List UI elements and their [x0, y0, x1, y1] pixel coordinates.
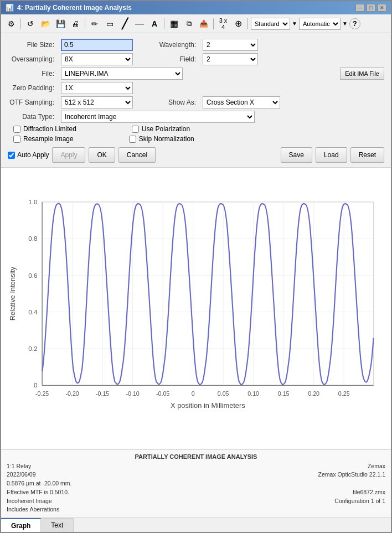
- text-button[interactable]: A: [148, 17, 161, 30]
- otf-sampling-label: OTF Sampling:: [8, 99, 58, 106]
- standard-dropdown[interactable]: Standard: [251, 18, 290, 30]
- auto-apply-checkbox[interactable]: [8, 152, 15, 159]
- wavelength-select[interactable]: 2: [203, 39, 258, 51]
- data-type-label: Data Type:: [8, 113, 58, 121]
- resample-image-checkbox-label[interactable]: Resample Image: [13, 135, 74, 143]
- toolbar-separator-2: [85, 18, 85, 29]
- zero-padding-select[interactable]: 1X: [61, 82, 133, 94]
- show-as-select[interactable]: Cross Section X: [203, 96, 280, 108]
- diffraction-limited-label: Diffraction Limited: [23, 125, 76, 133]
- use-polarization-checkbox[interactable]: [132, 126, 139, 133]
- apply-button[interactable]: Apply: [52, 147, 85, 163]
- save-button[interactable]: Save: [281, 147, 312, 163]
- automatic-dropdown[interactable]: Automatic: [299, 18, 341, 30]
- graph-container: 1.0 0.8 0.6 0.4 0.2 0 -0.25 -0.20 -0.15 …: [7, 173, 385, 444]
- svg-text:X position in Millimeters: X position in Millimeters: [171, 401, 245, 410]
- refresh-button[interactable]: ↺: [24, 17, 37, 30]
- field-select[interactable]: 2: [203, 53, 258, 65]
- svg-text:0: 0: [192, 390, 195, 397]
- close-button[interactable]: ✕: [378, 4, 386, 12]
- open-button[interactable]: 📂: [39, 17, 52, 30]
- wavelength-label: Wavelength:: [149, 41, 199, 49]
- svg-text:0.10: 0.10: [247, 390, 259, 397]
- skip-normalization-label: Skip Normalization: [139, 135, 194, 143]
- copy-button[interactable]: ⧉: [182, 17, 195, 30]
- zero-padding-label: Zero Padding:: [8, 84, 58, 92]
- use-polarization-checkbox-label[interactable]: Use Polarization: [132, 125, 190, 133]
- svg-text:-0.05: -0.05: [156, 390, 169, 397]
- main-window: 📊 4: Partially Coherent Image Analysis –…: [0, 0, 392, 533]
- cancel-button[interactable]: Cancel: [118, 147, 156, 163]
- svg-rect-0: [42, 202, 374, 385]
- plus-button[interactable]: ⊕: [231, 17, 245, 30]
- info-right-line-1: Zemax: [318, 462, 385, 471]
- toolbar-separator-1: [20, 18, 21, 29]
- info-line-2: 2022/06/09: [7, 470, 72, 479]
- ok-button[interactable]: OK: [89, 147, 115, 163]
- skip-normalization-checkbox-label[interactable]: Skip Normalization: [129, 135, 194, 143]
- otf-sampling-select[interactable]: 512 x 512: [61, 96, 133, 108]
- graph-type-button[interactable]: ▦: [167, 17, 180, 30]
- info-right-line-5: Configuration 1 of 1: [318, 497, 385, 506]
- info-line-1: 1:1 Relay: [7, 462, 72, 471]
- svg-text:-0.20: -0.20: [65, 390, 79, 397]
- bottom-tabs: Graph Text: [1, 518, 391, 532]
- dash-button[interactable]: —: [133, 17, 146, 30]
- line-button[interactable]: ╱: [118, 17, 131, 30]
- export-button[interactable]: 📤: [197, 17, 210, 30]
- oversampling-label: Oversampling:: [8, 55, 58, 63]
- edit-ima-button[interactable]: Edit IMA File: [340, 68, 384, 80]
- grid-button[interactable]: 3 x 4: [216, 17, 230, 30]
- svg-text:0.20: 0.20: [308, 390, 319, 397]
- settings-panel: File Size: 0.5 Wavelength: 2 Oversamplin…: [1, 33, 391, 168]
- info-line-5: Incoherent Image: [7, 497, 72, 506]
- tab-text[interactable]: Text: [41, 518, 74, 532]
- minimize-button[interactable]: –: [355, 4, 364, 12]
- info-line-6: Includes Aberrations: [7, 505, 72, 514]
- svg-text:-0.25: -0.25: [35, 390, 49, 397]
- tab-graph[interactable]: Graph: [1, 518, 41, 532]
- skip-normalization-checkbox[interactable]: [129, 136, 136, 143]
- oversampling-select[interactable]: 8X: [61, 53, 133, 65]
- svg-text:1.0: 1.0: [28, 198, 38, 205]
- auto-apply-label[interactable]: Auto Apply: [8, 151, 49, 159]
- resample-image-label: Resample Image: [23, 135, 74, 143]
- resample-image-checkbox[interactable]: [13, 136, 20, 143]
- svg-text:0.4: 0.4: [28, 308, 38, 315]
- main-content: File Size: 0.5 Wavelength: 2 Oversamplin…: [1, 33, 391, 518]
- svg-text:0.25: 0.25: [338, 390, 350, 397]
- info-right-line-4: file6872.zmx: [318, 488, 385, 497]
- svg-text:0.8: 0.8: [28, 235, 38, 242]
- help-button[interactable]: ?: [349, 18, 360, 29]
- file-size-input[interactable]: 0.5: [61, 39, 133, 51]
- maximize-button[interactable]: □: [367, 4, 375, 12]
- print-button[interactable]: 🖨: [69, 17, 82, 30]
- load-button[interactable]: Load: [316, 147, 347, 163]
- toolbar: ⚙ ↺ 📂 💾 🖨 ✏ ▭ ╱ — A ▦ ⧉ 📤 3 x 4 ⊕ Standa…: [1, 14, 391, 33]
- file-size-label: File Size:: [8, 41, 58, 49]
- title-bar-controls: – □ ✕: [355, 4, 386, 12]
- svg-text:-0.10: -0.10: [126, 390, 139, 397]
- svg-text:0: 0: [34, 381, 38, 389]
- svg-text:0.15: 0.15: [278, 390, 290, 397]
- checkbox-row-1: Diffraction Limited Use Polarization: [8, 125, 384, 133]
- info-content: 1:1 Relay 2022/06/09 0.5876 μm at -20.00…: [7, 462, 385, 515]
- svg-text:0.6: 0.6: [28, 272, 38, 279]
- pencil-button[interactable]: ✏: [88, 17, 101, 30]
- save-toolbar-button[interactable]: 💾: [54, 17, 67, 30]
- svg-text:Relative Intensity: Relative Intensity: [8, 266, 17, 320]
- data-type-select[interactable]: Incoherent Image: [61, 111, 255, 123]
- title-bar-left: 📊 4: Partially Coherent Image Analysis: [6, 4, 132, 12]
- settings-button[interactable]: ⚙: [4, 17, 18, 30]
- window-title: 4: Partially Coherent Image Analysis: [17, 4, 132, 12]
- diffraction-limited-checkbox-label[interactable]: Diffraction Limited: [13, 125, 76, 133]
- reset-button[interactable]: Reset: [350, 147, 384, 163]
- checkbox-row-2: Resample Image Skip Normalization: [8, 135, 384, 143]
- diffraction-limited-checkbox[interactable]: [13, 126, 20, 133]
- show-as-label: Show As:: [149, 99, 199, 106]
- rectangle-button[interactable]: ▭: [103, 17, 116, 30]
- field-label: Field:: [149, 55, 199, 63]
- graph-area: 1.0 0.8 0.6 0.4 0.2 0 -0.25 -0.20 -0.15 …: [1, 168, 391, 449]
- file-select[interactable]: LINEPAIR.IMA: [61, 68, 183, 80]
- info-panel: PARTIALLY COHERENT IMAGE ANALYSIS 1:1 Re…: [1, 449, 391, 518]
